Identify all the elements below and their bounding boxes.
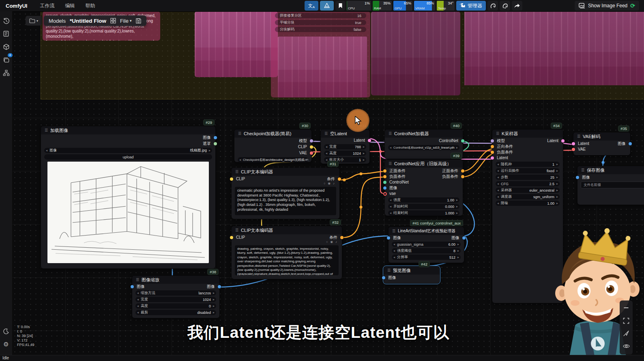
widget-gaussian-sigma[interactable]: guassian_sigma6.00: [392, 242, 461, 247]
faded-image-preview-1[interactable]: [195, 11, 278, 77]
settings-button[interactable]: ⚙: [1, 339, 11, 350]
output-controlnet[interactable]: ControlNet: [385, 138, 463, 144]
node-title[interactable]: CLIP文本编码器: [232, 226, 342, 234]
prompt-text-negative[interactable]: drawing, painting, crayon, sketch, graph…: [235, 245, 339, 275]
output-image[interactable]: 图像: [41, 135, 215, 141]
port-dot-clip[interactable]: [310, 145, 313, 149]
prompt-text-positive[interactable]: cinematic photo An artist's impression o…: [235, 187, 336, 215]
node-title[interactable]: Checkpoint加载器(简易): [234, 130, 311, 138]
port-dot-image[interactable]: [383, 186, 386, 190]
port-dot-image-in[interactable]: [387, 236, 390, 240]
input-latent[interactable]: Latent: [492, 155, 563, 160]
port-row[interactable]: 图像 图像: [389, 236, 464, 240]
widget-steps[interactable]: 步数25: [496, 175, 560, 180]
models-menu[interactable]: Models: [49, 18, 66, 24]
port-row[interactable]: 图像 图像: [132, 284, 219, 289]
menu-help[interactable]: 帮助: [85, 2, 95, 9]
widget-denoise[interactable]: 降噪1.00: [496, 201, 560, 206]
node-clip-encode-negative[interactable]: #32 CLIP文本编码器 CLIP 条件 drawing, painting,…: [231, 226, 342, 279]
select-mode-button[interactable]: [623, 330, 629, 338]
node-preview-image[interactable]: #42 预览图像 图像: [383, 266, 440, 284]
widget-intensity-threshold[interactable]: 强度阈值8: [392, 248, 461, 253]
port-dot-model[interactable]: [310, 139, 313, 143]
port-row[interactable]: 正面条件 正面条件: [385, 168, 463, 173]
input-image[interactable]: 图像: [385, 185, 463, 190]
widget-crop[interactable]: 裁剪disabled: [135, 310, 216, 315]
fit-view-button[interactable]: [623, 318, 629, 326]
manager-button[interactable]: 管理器: [456, 1, 486, 11]
filename-prefix-input[interactable]: 文件名前缀: [581, 182, 644, 188]
widget-seed[interactable]: 随机种1: [496, 162, 560, 167]
widget-width[interactable]: 宽度1024: [135, 297, 216, 302]
output-mask[interactable]: 遮罩: [41, 141, 215, 147]
port-row[interactable]: 负面条件 负面条件: [385, 174, 463, 179]
port-dot-image-out[interactable]: [462, 236, 466, 240]
port-dot-clip[interactable]: [230, 177, 233, 181]
port-dot-image[interactable]: [214, 136, 217, 139]
theme-toggle-button[interactable]: [1, 326, 11, 337]
queue-button[interactable]: 4: [1, 54, 11, 65]
port-dot-positive[interactable]: [491, 145, 494, 148]
widget-end[interactable]: 结束时间1.000: [388, 210, 459, 216]
port-dot-clip[interactable]: [230, 236, 233, 239]
node-title[interactable]: 预览图像: [384, 266, 440, 275]
port-dot-latent[interactable]: [491, 156, 494, 160]
node-library-button[interactable]: [1, 28, 11, 39]
port-dot-latent[interactable]: [368, 139, 371, 142]
widget-control-icons[interactable]: [236, 182, 335, 186]
node-empty-latent[interactable]: #33 空Latent Latent 宽度788 高度1024 批次大小1: [320, 129, 370, 164]
widget-scheduler[interactable]: 调度器sgm_uniform: [496, 194, 560, 199]
port-dot-positive[interactable]: [383, 169, 386, 173]
node-title[interactable]: CLIP文本编码器: [232, 168, 339, 176]
widget-height[interactable]: 高度1024: [324, 151, 366, 156]
port-dot-controlnet[interactable]: [461, 139, 464, 143]
widget-control-icons[interactable]: [236, 241, 338, 244]
node-checkpoint-loader[interactable]: #30 Checkpoint加载器(简易) 模型 CLIP VAE Checkp…: [234, 129, 312, 162]
port-row[interactable]: 模型 Latent: [492, 138, 563, 143]
workflows-button[interactable]: [1, 67, 11, 78]
menu-workflow[interactable]: 工作流: [40, 2, 54, 9]
widget-sampler[interactable]: 采样器euler_ancestral: [496, 188, 560, 193]
node-save-image[interactable]: 保存图像 图像 文件名前缀: [577, 166, 644, 205]
port-dot-image-in[interactable]: [131, 285, 134, 288]
port-dot-controlnet[interactable]: [383, 181, 386, 184]
node-title[interactable]: VAE解码: [573, 132, 630, 141]
output-model[interactable]: 模型: [234, 138, 311, 144]
port-dot-latent[interactable]: [572, 142, 575, 145]
node-vae-decode[interactable]: #35 VAE解码 Latent 图像 VAE: [573, 132, 631, 156]
input-positive[interactable]: 正向条件: [492, 144, 563, 149]
history-button[interactable]: [1, 15, 11, 26]
input-vae[interactable]: vae: [385, 191, 463, 196]
port-dot-conditioning[interactable]: [340, 236, 343, 239]
port-dot-vae[interactable]: [572, 148, 575, 151]
widget-strength[interactable]: 强度1.00: [388, 197, 459, 203]
node-title[interactable]: 保存图像: [577, 166, 644, 174]
zoom-out-button[interactable]: [623, 305, 629, 313]
translate-button[interactable]: 文A: [305, 1, 318, 11]
notify-horn-button-1[interactable]: [487, 1, 498, 11]
widget-control-after-generate[interactable]: 运行后操作fixed: [496, 168, 560, 173]
input-image[interactable]: 图像: [577, 175, 644, 180]
node-clip-encode-positive[interactable]: #31 CLIP文本编码器 CLIP 条件 cinematic photo An…: [231, 167, 340, 219]
output-clip[interactable]: CLIP: [234, 144, 311, 150]
widget-width[interactable]: 宽度788: [324, 144, 366, 149]
widget-start[interactable]: 开始时间0.000: [388, 204, 459, 209]
widget-checkpoint-name[interactable]: Checkpoint名称architecutre_design\元线稿-Yuan…: [238, 157, 308, 162]
toggle-visibility-button[interactable]: [623, 343, 630, 350]
port-dot-image[interactable]: [382, 276, 385, 279]
upload-button[interactable]: upload: [44, 154, 212, 160]
port-dot-positive-out[interactable]: [461, 169, 464, 173]
port-dot-model[interactable]: [491, 139, 494, 143]
node-title[interactable]: 图像缩放: [132, 276, 219, 284]
port-row[interactable]: CLIP 条件: [232, 235, 342, 240]
share-button[interactable]: [512, 1, 522, 11]
notify-horn-button-2[interactable]: [500, 1, 510, 11]
port-row[interactable]: CLIP 条件: [232, 176, 339, 182]
port-dot-vae[interactable]: [310, 151, 313, 155]
faded-widget[interactable]: 拼接修复分区16: [275, 13, 366, 18]
node-title[interactable]: ControlNet加载器: [385, 130, 463, 138]
workflow-folder-button[interactable]: ▾: [26, 16, 42, 26]
widget-controlnet-name[interactable]: ControlNet名称control_v11p_sd15_lineart.pt…: [388, 145, 459, 150]
port-dot-mask[interactable]: [214, 142, 217, 145]
output-latent[interactable]: Latent: [321, 138, 369, 143]
